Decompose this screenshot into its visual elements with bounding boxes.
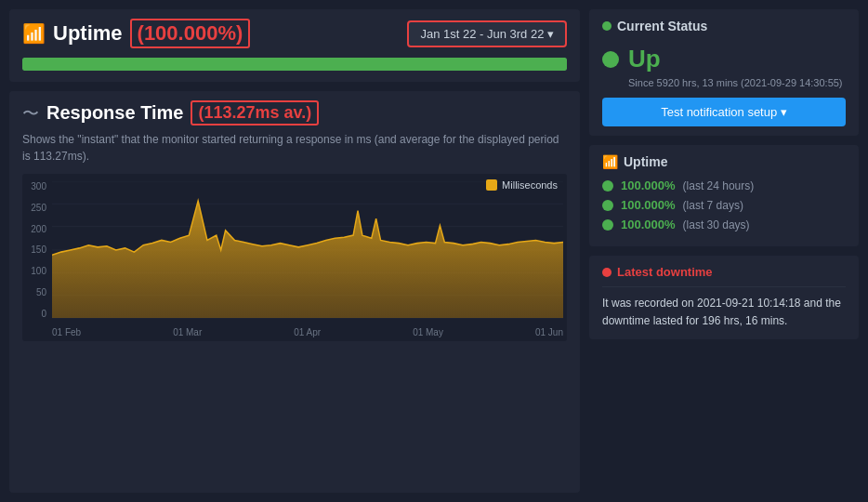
stat-period-30d: (last 30 days) (683, 218, 750, 231)
y-label-50: 50 (36, 287, 46, 297)
right-panel: Current Status Up Since 5920 hrs, 13 min… (589, 9, 859, 493)
stat-percent-24h: 100.000% (621, 178, 676, 192)
x-label-jun: 01 Jun (535, 327, 563, 337)
chart-svg (52, 181, 563, 319)
response-chart: Milliseconds 300 250 200 150 100 50 0 (22, 174, 567, 341)
uptime-stat-row-7d: 100.000% (last 7 days) (602, 198, 846, 212)
current-status-title: Current Status (602, 19, 846, 33)
status-up-row: Up (602, 45, 846, 73)
uptime-progress-bar (22, 58, 567, 71)
uptime-stat-row-24h: 100.000% (last 24 hours) (602, 178, 846, 192)
bar-chart-icon: 📶 (22, 22, 46, 45)
uptime-label: Uptime (53, 21, 123, 46)
stat-percent-7d: 100.000% (621, 198, 676, 212)
y-axis: 300 250 200 150 100 50 0 (22, 181, 50, 319)
uptime-stats-card: 📶 Uptime 100.000% (last 24 hours) 100.00… (589, 145, 859, 246)
response-time-section: 〜 Response Time (113.27ms av.) Shows the… (9, 91, 580, 493)
y-label-200: 200 (31, 224, 46, 234)
status-up-text: Up (628, 45, 661, 73)
downtime-text: It was recorded on 2021-09-21 10:14:18 a… (602, 295, 846, 330)
uptime-stats-label: Uptime (624, 154, 667, 169)
stat-percent-30d: 100.000% (621, 218, 676, 231)
stat-dot-30d (602, 219, 613, 231)
current-status-card: Current Status Up Since 5920 hrs, 13 min… (589, 9, 859, 136)
uptime-header: 📶 Uptime (100.000%) Jan 1st 22 - Jun 3rd… (22, 19, 567, 48)
stat-dot-24h (602, 180, 613, 192)
y-label-100: 100 (31, 266, 46, 276)
response-description: Shows the "instant" that the monitor sta… (22, 131, 567, 165)
response-header: 〜 Response Time (113.27ms av.) (22, 100, 567, 126)
y-label-250: 250 (31, 203, 46, 213)
uptime-percent: (100.000%) (130, 19, 251, 48)
current-status-label: Current Status (617, 19, 707, 33)
notification-setup-button[interactable]: Test notification setup ▾ (602, 98, 846, 126)
y-label-150: 150 (31, 244, 46, 255)
uptime-progress-fill (22, 58, 567, 71)
uptime-stat-row-30d: 100.000% (last 30 days) (602, 218, 846, 231)
response-label: Response Time (46, 102, 183, 124)
uptime-stats-icon: 📶 (602, 154, 618, 169)
uptime-section: 📶 Uptime (100.000%) Jan 1st 22 - Jun 3rd… (9, 9, 580, 82)
uptime-title: 📶 Uptime (100.000%) (22, 19, 250, 48)
downtime-card: Latest downtime It was recorded on 2021-… (589, 256, 859, 339)
x-axis: 01 Feb 01 Mar 01 Apr 01 May 01 Jun (52, 327, 563, 337)
uptime-stats-title: 📶 Uptime (602, 154, 846, 169)
legend-label: Milliseconds (502, 179, 558, 191)
status-indicator-dot (602, 21, 612, 31)
y-label-0: 0 (41, 309, 46, 319)
downtime-label: Latest downtime (617, 265, 713, 279)
x-label-apr: 01 Apr (294, 327, 321, 337)
downtime-title: Latest downtime (602, 265, 846, 287)
date-range-button[interactable]: Jan 1st 22 - Jun 3rd 22 ▾ (407, 20, 567, 47)
x-label-mar: 01 Mar (173, 327, 202, 337)
svg-marker-7 (52, 201, 563, 318)
downtime-dot (602, 268, 612, 277)
stat-dot-7d (602, 200, 613, 211)
response-icon: 〜 (22, 102, 39, 125)
y-label-300: 300 (31, 181, 46, 192)
stat-period-7d: (last 7 days) (683, 199, 743, 212)
status-since: Since 5920 hrs, 13 mins (2021-09-29 14:3… (628, 77, 846, 88)
chart-legend: Milliseconds (486, 179, 558, 191)
x-label-feb: 01 Feb (52, 327, 81, 337)
legend-color-box (486, 179, 497, 191)
left-panel: 📶 Uptime (100.000%) Jan 1st 22 - Jun 3rd… (9, 9, 580, 493)
response-avg: (113.27ms av.) (191, 100, 319, 126)
stat-period-24h: (last 24 hours) (683, 179, 755, 192)
status-up-dot (602, 51, 619, 68)
x-label-may: 01 May (413, 327, 443, 337)
